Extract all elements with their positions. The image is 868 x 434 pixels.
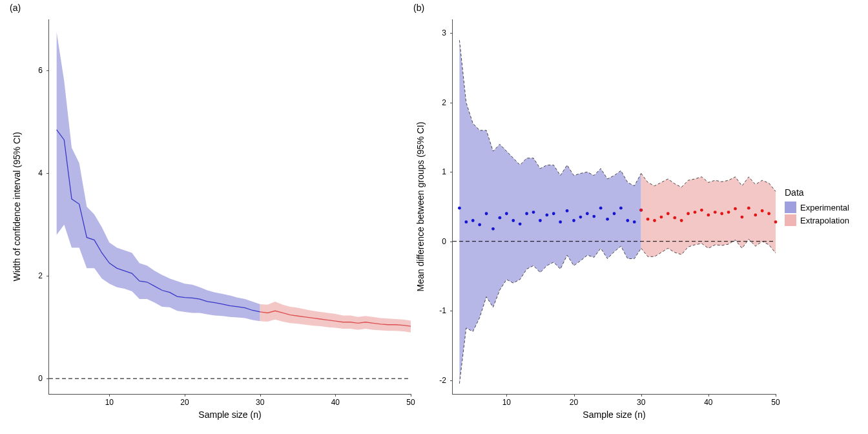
svg-point-50 bbox=[774, 220, 778, 223]
svg-point-32 bbox=[653, 219, 656, 222]
axis-tick: 0 bbox=[442, 237, 446, 246]
svg-point-17 bbox=[559, 220, 562, 223]
svg-point-8 bbox=[499, 216, 502, 220]
axis-tick: 10 bbox=[502, 398, 511, 407]
svg-point-22 bbox=[592, 215, 595, 218]
svg-point-20 bbox=[579, 216, 583, 219]
svg-point-41 bbox=[714, 211, 717, 214]
svg-point-5 bbox=[478, 223, 481, 227]
svg-point-7 bbox=[491, 227, 495, 231]
svg-point-4 bbox=[471, 219, 475, 222]
xlabel-b: Sample size (n) bbox=[583, 409, 645, 420]
axis-tick: 40 bbox=[704, 398, 712, 407]
legend-item-experimental: Experimental bbox=[785, 202, 849, 213]
svg-point-33 bbox=[660, 216, 663, 219]
axis-tick: 10 bbox=[105, 398, 114, 407]
svg-point-3 bbox=[464, 220, 468, 223]
axis-tick: -1 bbox=[439, 306, 446, 315]
ylabel-b: Mean difference between groups (95% CI) bbox=[415, 122, 426, 292]
svg-point-14 bbox=[539, 219, 542, 222]
svg-point-28 bbox=[633, 220, 636, 223]
legend-label-experimental: Experimental bbox=[800, 203, 849, 212]
svg-point-12 bbox=[525, 212, 528, 215]
svg-point-40 bbox=[707, 213, 710, 216]
svg-point-46 bbox=[747, 207, 750, 210]
axis-tick: 4 bbox=[38, 169, 43, 178]
axis-tick: 3 bbox=[442, 28, 446, 37]
legend-swatch-extrapolation-icon bbox=[785, 214, 796, 226]
legend-label-extrapolation: Extrapolation bbox=[800, 216, 849, 225]
svg-layer-a bbox=[49, 19, 411, 394]
ylabel-a: Width of confidence interval (95% CI) bbox=[12, 132, 22, 281]
panel-b-tag: (b) bbox=[413, 3, 424, 13]
svg-point-38 bbox=[694, 211, 697, 214]
legend-swatch-experimental-icon bbox=[785, 202, 796, 213]
chart-panel-a: (a) Width of confidence interval (95% CI… bbox=[48, 19, 410, 394]
svg-point-16 bbox=[552, 212, 555, 215]
svg-point-26 bbox=[619, 207, 623, 210]
svg-point-10 bbox=[512, 219, 515, 222]
svg-point-45 bbox=[741, 216, 744, 219]
svg-point-27 bbox=[626, 219, 629, 222]
svg-layer-b bbox=[453, 19, 776, 394]
svg-point-11 bbox=[519, 222, 522, 225]
svg-point-2 bbox=[458, 207, 461, 210]
legend-title: Data bbox=[785, 187, 849, 198]
plot-area-a: Width of confidence interval (95% CI) Sa… bbox=[48, 19, 411, 395]
axis-tick: 30 bbox=[256, 398, 264, 407]
svg-point-43 bbox=[727, 211, 730, 214]
svg-point-23 bbox=[599, 207, 603, 210]
axis-tick: 6 bbox=[38, 66, 43, 75]
axis-tick: 0 bbox=[38, 374, 43, 383]
svg-point-37 bbox=[687, 212, 690, 215]
svg-point-21 bbox=[586, 212, 589, 215]
axis-tick: 50 bbox=[406, 398, 415, 407]
svg-point-25 bbox=[613, 212, 616, 215]
axis-tick: -2 bbox=[439, 376, 446, 385]
svg-point-24 bbox=[606, 218, 609, 221]
svg-point-44 bbox=[734, 207, 737, 211]
axis-tick: 2 bbox=[442, 98, 446, 107]
axis-tick: 20 bbox=[180, 398, 189, 407]
svg-point-47 bbox=[754, 213, 757, 216]
axis-tick: 30 bbox=[637, 398, 645, 407]
xlabel-a: Sample size (n) bbox=[198, 409, 261, 420]
svg-point-18 bbox=[566, 209, 569, 212]
plot-area-b: Mean difference between groups (95% CI) … bbox=[452, 19, 776, 395]
axis-tick: 50 bbox=[771, 398, 780, 407]
axis-tick: 20 bbox=[570, 398, 578, 407]
axis-tick: 40 bbox=[331, 398, 340, 407]
axis-tick: 2 bbox=[38, 271, 43, 280]
svg-point-6 bbox=[485, 212, 488, 215]
svg-point-39 bbox=[700, 209, 703, 212]
svg-point-9 bbox=[505, 212, 508, 215]
svg-point-15 bbox=[545, 213, 548, 216]
axis-tick: 1 bbox=[442, 167, 446, 176]
svg-point-49 bbox=[767, 212, 770, 215]
svg-point-31 bbox=[646, 218, 650, 221]
panel-a-tag: (a) bbox=[10, 3, 21, 13]
svg-point-13 bbox=[532, 211, 535, 214]
svg-point-42 bbox=[720, 212, 723, 215]
svg-point-34 bbox=[666, 212, 670, 215]
svg-point-36 bbox=[680, 219, 683, 222]
svg-point-19 bbox=[572, 219, 575, 222]
legend-item-extrapolation: Extrapolation bbox=[785, 214, 849, 226]
svg-point-35 bbox=[673, 216, 676, 220]
chart-panel-b: (b) Mean difference between groups (95% … bbox=[452, 19, 775, 394]
svg-point-48 bbox=[761, 209, 764, 212]
figure-panel: (a) Width of confidence interval (95% CI… bbox=[0, 0, 868, 434]
legend: Data Experimental Extrapolation bbox=[785, 187, 849, 227]
svg-point-30 bbox=[639, 209, 643, 212]
